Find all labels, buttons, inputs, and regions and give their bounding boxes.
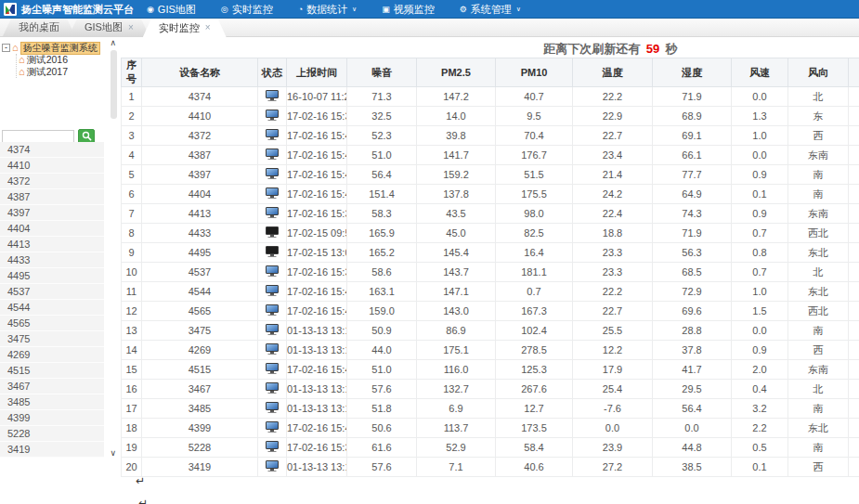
table-row[interactable]: 12 4565 17-02-16 15:45:24 159.0 143.0 16…: [122, 302, 859, 321]
table-row[interactable]: 2 4410 17-02-16 15:37:38 32.5 14.0 9.5 2…: [122, 107, 859, 126]
realtime-monitor-icon: ◎: [221, 6, 228, 14]
device-list-item[interactable]: 4413: [0, 237, 104, 252]
cell-wind-direction: 南: [788, 185, 849, 204]
device-list-item[interactable]: 3419: [0, 442, 104, 458]
cell-status: [258, 321, 287, 341]
table-row[interactable]: 19 5228 17-02-16 15:37:00 61.6 52.9 58.4…: [122, 438, 859, 458]
device-list-item[interactable]: 3467: [0, 379, 104, 394]
cell-status: [258, 380, 287, 399]
menu-item-realtime-monitor[interactable]: ◎ 实时监控: [221, 3, 273, 17]
monitor-status-icon: [266, 129, 279, 137]
tab-realtime-monitor[interactable]: 实时监控 ×: [143, 19, 227, 37]
cell-wind-speed: 0.8: [732, 243, 788, 263]
menu-item-label: 实时监控: [232, 3, 273, 17]
close-icon[interactable]: ×: [128, 23, 134, 32]
house-icon: ⌂: [19, 67, 25, 77]
table-row[interactable]: 20 3419 01-13-13 13:13:13 57.6 7.1 40.6 …: [122, 458, 859, 477]
cell-noise: 165.9: [347, 224, 417, 243]
device-list-item[interactable]: 4565: [0, 316, 104, 331]
cell-noise: 159.0: [347, 302, 417, 321]
device-list-item[interactable]: 4397: [0, 205, 104, 221]
cell-device-name: 4565: [142, 302, 258, 321]
monitor-status-icon: [266, 324, 279, 332]
gis-map-icon: ◉: [147, 6, 154, 14]
table-row[interactable]: 14 4269 01-13-13 13:13:13 44.0 175.1 278…: [122, 341, 859, 360]
device-list-item[interactable]: 4515: [0, 363, 104, 379]
cell-noise: 71.3: [347, 87, 417, 107]
device-list-item[interactable]: 4495: [0, 268, 104, 284]
cell-index: 8: [122, 224, 142, 243]
menu-item-system-management[interactable]: ⚙ 系统管理 ∨: [460, 3, 521, 17]
device-list-item[interactable]: 4544: [0, 300, 104, 316]
cell-noise: 51.0: [347, 360, 417, 380]
table-row[interactable]: 6 4404 17-02-16 15:47:54 151.4 137.8 175…: [122, 185, 859, 204]
tree-root-label[interactable]: 扬尘噪音监测系统: [20, 42, 100, 55]
table-row[interactable]: 13 3475 01-13-13 13:13:13 50.9 86.9 102.…: [122, 321, 859, 341]
tab-gis-map[interactable]: GIS地图 ×: [69, 19, 150, 36]
device-list-item[interactable]: 4374: [0, 142, 104, 158]
cell-pm10: 40.6: [496, 458, 573, 477]
device-list-item[interactable]: 5228: [0, 426, 104, 442]
monitor-status-icon: [266, 304, 279, 313]
cell-humidity: 68.5: [653, 263, 732, 282]
table-row[interactable]: 9 4495 17-02-15 13:08:14 165.2 145.4 16.…: [122, 243, 859, 263]
table-row[interactable]: 8 4433 17-02-15 09:52:37 165.9 45.0 82.5…: [122, 224, 859, 243]
table-row[interactable]: 18 4399 17-02-16 15:47:45 50.6 113.7 173…: [122, 419, 859, 438]
menu-item-label: 系统管理: [471, 3, 512, 17]
return-mark: ↵: [138, 497, 148, 504]
table-row[interactable]: 11 4544 17-02-16 15:45:59 163.1 147.1 0.…: [122, 282, 859, 302]
table-row[interactable]: 15 4515 17-02-16 15:43:10 51.0 116.0 125…: [122, 360, 859, 380]
cell-pm10: 0.7: [496, 282, 573, 302]
menu-item-data-statistics[interactable]: ◔ 数据统计 ∨: [298, 3, 358, 17]
table-row[interactable]: 5 4397 17-02-16 15:41:01 56.4 159.2 51.5…: [122, 165, 859, 185]
cell-temperature: 22.4: [573, 204, 653, 224]
cell-temperature: 22.7: [573, 126, 653, 146]
device-list-item[interactable]: 4372: [0, 174, 104, 189]
close-icon[interactable]: ×: [205, 23, 211, 32]
cell-noise: 51.8: [347, 399, 417, 419]
tree-node-test2017[interactable]: ⌂ 测试2017: [19, 66, 100, 78]
video-monitor-icon: ▣: [382, 6, 390, 14]
scroll-down-icon[interactable]: ∨: [110, 449, 116, 458]
cell-pm10: 12.7: [496, 399, 573, 419]
cell-status: [258, 458, 287, 477]
device-list-item[interactable]: 4537: [0, 284, 104, 300]
table-row[interactable]: 7 4413 17-02-16 15:39:28 58.3 43.5 98.0 …: [122, 204, 859, 224]
table-row[interactable]: 4 4387 17-02-16 15:40:11 51.0 141.7 176.…: [122, 146, 859, 165]
table-row[interactable]: 3 4372 17-02-16 15:40:00 52.3 39.8 70.4 …: [122, 126, 859, 146]
tree-node-label[interactable]: 测试2016: [27, 54, 68, 67]
tab-my-desktop[interactable]: 我的桌面: [3, 19, 75, 36]
device-list-item[interactable]: 4269: [0, 347, 104, 363]
scroll-up-icon[interactable]: ∧: [110, 39, 116, 47]
table-row[interactable]: 17 3485 01-13-13 13:13:13 51.8 6.9 12.7 …: [122, 399, 859, 419]
cell-pm10: 51.5: [496, 165, 573, 185]
cell-index: 14: [122, 341, 142, 360]
menu-item-gis-map[interactable]: ◉ GIS地图: [147, 3, 196, 17]
column-header-pm25: PM2.5: [417, 58, 496, 87]
device-list-item[interactable]: 3475: [0, 331, 104, 347]
cell-wind-speed: 1.3: [732, 107, 788, 126]
menu-item-video-monitor[interactable]: ▣ 视频监控: [382, 3, 435, 17]
tree-collapse-icon[interactable]: -: [2, 44, 10, 52]
cell-humidity: 72.9: [653, 282, 732, 302]
refresh-countdown: 距离下次刷新还有 59 秒: [121, 41, 859, 58]
device-list-item[interactable]: 4404: [0, 221, 104, 237]
table-row[interactable]: 1 4374 16-10-07 11:26:02 71.3 147.2 40.7…: [122, 87, 859, 107]
cell-empty: [849, 107, 859, 126]
column-header-noise: 噪音: [347, 58, 417, 87]
table-row[interactable]: 16 3467 01-13-13 13:13:13 57.6 132.7 267…: [122, 380, 859, 399]
tree-root-node[interactable]: - ⌂ 扬尘噪音监测系统: [2, 42, 100, 54]
cell-humidity: 69.6: [653, 302, 732, 321]
tree-node-label[interactable]: 测试2017: [27, 66, 68, 79]
device-list-item[interactable]: 4433: [0, 252, 104, 268]
cell-device-name: 4397: [142, 165, 258, 185]
device-list-item[interactable]: 4387: [0, 189, 104, 205]
scrollbar-thumb[interactable]: [111, 50, 117, 119]
device-list-item[interactable]: 4410: [0, 158, 104, 174]
device-list-item[interactable]: 3485: [0, 394, 104, 410]
cell-noise: 163.1: [347, 282, 417, 302]
device-list-item[interactable]: 4399: [0, 410, 104, 426]
cell-noise: 50.6: [347, 419, 417, 438]
table-row[interactable]: 10 4537 17-02-16 15:39:34 58.6 143.7 181…: [122, 263, 859, 282]
tree-node-test2016[interactable]: ⌂ 测试2016: [19, 54, 100, 66]
